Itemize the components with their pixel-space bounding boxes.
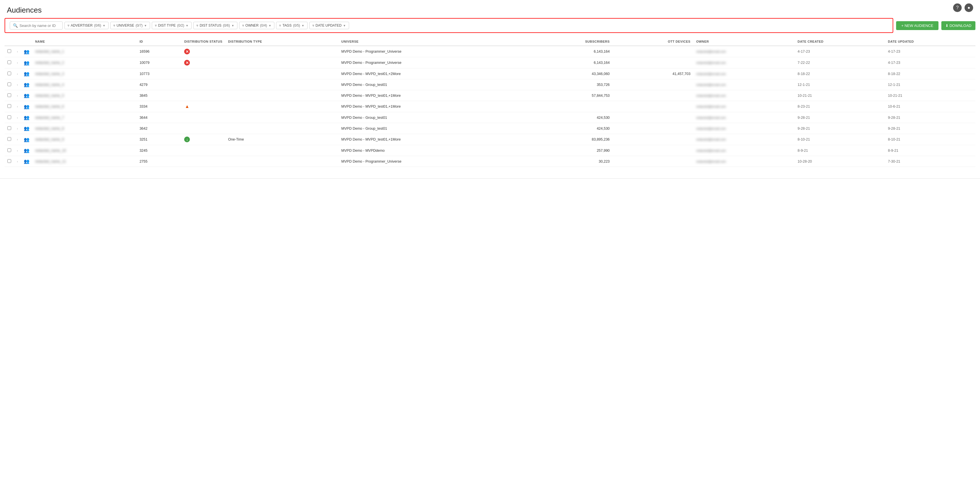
- row-subscribers-cell: [527, 101, 612, 112]
- row-ott-devices-cell: [612, 79, 693, 90]
- row-subscribers-cell: 57,844,753: [527, 90, 612, 101]
- row-date-created-cell: 7-22-22: [795, 57, 885, 68]
- row-name-cell[interactable]: redacted_name_7: [32, 112, 137, 123]
- expand-arrow-icon[interactable]: ›: [17, 83, 18, 86]
- row-owner-cell: redacted@email.com: [693, 134, 795, 145]
- row-expand-cell: ›: [14, 79, 21, 90]
- col-ott-devices[interactable]: OTT DEVICES: [612, 38, 693, 46]
- col-subscribers[interactable]: SUBSCRIBERS: [527, 38, 612, 46]
- row-ott-devices-cell: 41,457,703: [612, 68, 693, 79]
- row-checkbox[interactable]: [8, 137, 11, 141]
- row-checkbox-cell: [5, 46, 14, 57]
- expand-arrow-icon[interactable]: ›: [17, 160, 18, 163]
- col-dist-type[interactable]: DISTRIBUTION TYPE: [225, 38, 339, 46]
- filter-btn-dist-type[interactable]: ▿ DIST TYPE (0/2) ▼: [152, 22, 192, 29]
- col-universe[interactable]: UNIVERSE: [339, 38, 527, 46]
- row-dist-type-cell: [225, 112, 339, 123]
- table-header-row: NAME ID DISTRIBUTION STATUS DISTRIBUTION…: [5, 38, 975, 46]
- row-checkbox[interactable]: [8, 148, 11, 152]
- row-name-cell[interactable]: redacted_name_10: [32, 145, 137, 156]
- expand-arrow-icon[interactable]: ›: [17, 72, 18, 76]
- row-name-cell[interactable]: redacted_name_5: [32, 90, 137, 101]
- filter-btn-dist-status[interactable]: ▿ DIST STATUS (0/6) ▼: [193, 22, 237, 29]
- search-input[interactable]: [19, 24, 60, 28]
- table-row: ›👥redacted_name_44279MVPD Demo - Group_t…: [5, 79, 975, 90]
- row-owner-cell: redacted@email.com: [693, 57, 795, 68]
- row-checkbox[interactable]: [8, 60, 11, 64]
- col-name[interactable]: NAME: [32, 38, 137, 46]
- row-checkbox[interactable]: [8, 49, 11, 53]
- row-date-updated-cell: 8-18-22: [885, 68, 975, 79]
- col-dist-status[interactable]: DISTRIBUTION STATUS: [181, 38, 225, 46]
- filter-btn-tags[interactable]: ▿ TAGS (0/5) ▼: [276, 22, 307, 29]
- row-universe-cell: MVPD Demo - Programmer_Universe: [339, 57, 527, 68]
- row-checkbox[interactable]: [8, 104, 11, 108]
- chevron-tags: ▼: [302, 24, 304, 27]
- row-name-cell[interactable]: redacted_name_9: [32, 134, 137, 145]
- help-icon[interactable]: ?: [953, 3, 962, 12]
- row-checkbox[interactable]: [8, 126, 11, 130]
- col-date-updated[interactable]: DATE UPDATED: [885, 38, 975, 46]
- user-icon[interactable]: ●: [964, 3, 973, 12]
- row-checkbox[interactable]: [8, 93, 11, 97]
- filter-btn-advertiser[interactable]: ▿ ADVERTISER (0/6) ▼: [64, 22, 108, 29]
- row-checkbox[interactable]: [8, 71, 11, 75]
- filter-btn-owner[interactable]: ▿ OWNER (0/4) ▼: [239, 22, 275, 29]
- row-name-cell[interactable]: redacted_name_1: [32, 46, 137, 57]
- row-date-updated-cell: 9-28-21: [885, 123, 975, 134]
- row-date-created-cell: 8-10-21: [795, 134, 885, 145]
- row-universe-cell: MVPD Demo - MVPD_test01,+2More: [339, 68, 527, 79]
- audiences-table-container: NAME ID DISTRIBUTION STATUS DISTRIBUTION…: [0, 38, 980, 167]
- row-checkbox[interactable]: [8, 115, 11, 119]
- row-checkbox[interactable]: [8, 159, 11, 163]
- filter-btn-date-updated[interactable]: ▿ DATE UPDATED ▼: [309, 22, 349, 29]
- filter-btn-universe[interactable]: ▿ UNIVERSE (0/7) ▼: [110, 22, 150, 29]
- col-owner[interactable]: OWNER: [693, 38, 795, 46]
- chevron-dist-type: ▼: [186, 24, 188, 27]
- filter-count-tags: (0/5): [293, 24, 300, 27]
- row-checkbox[interactable]: [8, 83, 11, 86]
- row-type-icon-cell: 👥: [21, 145, 32, 156]
- expand-arrow-icon[interactable]: ›: [17, 105, 18, 108]
- row-dist-status-cell: [181, 90, 225, 101]
- row-dist-type-cell: One-Time: [225, 134, 339, 145]
- search-icon: 🔍: [13, 23, 18, 28]
- expand-arrow-icon[interactable]: ›: [17, 116, 18, 119]
- expand-arrow-icon[interactable]: ›: [17, 149, 18, 152]
- col-expand: [14, 38, 21, 46]
- row-date-created-cell: 10-28-20: [795, 156, 885, 167]
- row-name-cell[interactable]: redacted_name_2: [32, 57, 137, 68]
- expand-arrow-icon[interactable]: ›: [17, 50, 18, 53]
- expand-arrow-icon[interactable]: ›: [17, 127, 18, 130]
- chevron-owner: ▼: [268, 24, 271, 27]
- row-id-cell: 16596: [137, 46, 181, 57]
- row-date-created-cell: 9-28-21: [795, 112, 885, 123]
- audience-type-icon: 👥: [24, 115, 30, 120]
- expand-arrow-icon[interactable]: ›: [17, 138, 18, 141]
- row-date-updated-cell: 7-30-21: [885, 156, 975, 167]
- row-name-cell[interactable]: redacted_name_4: [32, 79, 137, 90]
- row-dist-type-cell: [225, 90, 339, 101]
- row-dist-type-cell: [225, 79, 339, 90]
- col-id[interactable]: ID: [137, 38, 181, 46]
- col-date-created[interactable]: DATE CREATED: [795, 38, 885, 46]
- row-dist-type-cell: [225, 46, 339, 57]
- row-name-cell[interactable]: redacted_name_11: [32, 156, 137, 167]
- expand-arrow-icon[interactable]: ›: [17, 61, 18, 64]
- table-row: ›👥redacted_name_53845MVPD Demo - MVPD_te…: [5, 90, 975, 101]
- row-expand-cell: ›: [14, 90, 21, 101]
- row-checkbox-cell: [5, 123, 14, 134]
- row-date-updated-cell: 8-10-21: [885, 134, 975, 145]
- table-row: ›👥redacted_name_63334▲MVPD Demo - MVPD_t…: [5, 101, 975, 112]
- row-type-icon-cell: 👥: [21, 46, 32, 57]
- new-audience-button[interactable]: + NEW AUDIENCE: [896, 21, 939, 30]
- row-dist-status-cell: ↓: [181, 134, 225, 145]
- audience-type-icon: 👥: [24, 93, 30, 98]
- row-name-cell[interactable]: redacted_name_6: [32, 101, 137, 112]
- row-name-cell[interactable]: redacted_name_3: [32, 68, 137, 79]
- expand-arrow-icon[interactable]: ›: [17, 94, 18, 97]
- row-subscribers-cell: 43,346,060: [527, 68, 612, 79]
- download-button[interactable]: ⬇ DOWNLOAD: [941, 21, 975, 30]
- row-universe-cell: MVPD Demo - Programmer_Universe: [339, 46, 527, 57]
- row-name-cell[interactable]: redacted_name_8: [32, 123, 137, 134]
